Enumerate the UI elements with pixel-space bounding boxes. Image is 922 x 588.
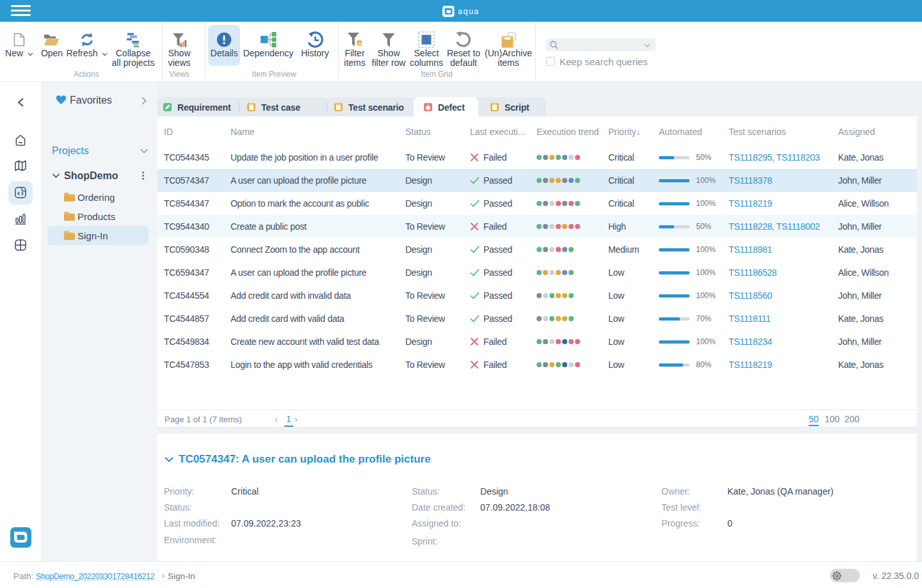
svg-text:aqua: aqua bbox=[458, 7, 480, 16]
